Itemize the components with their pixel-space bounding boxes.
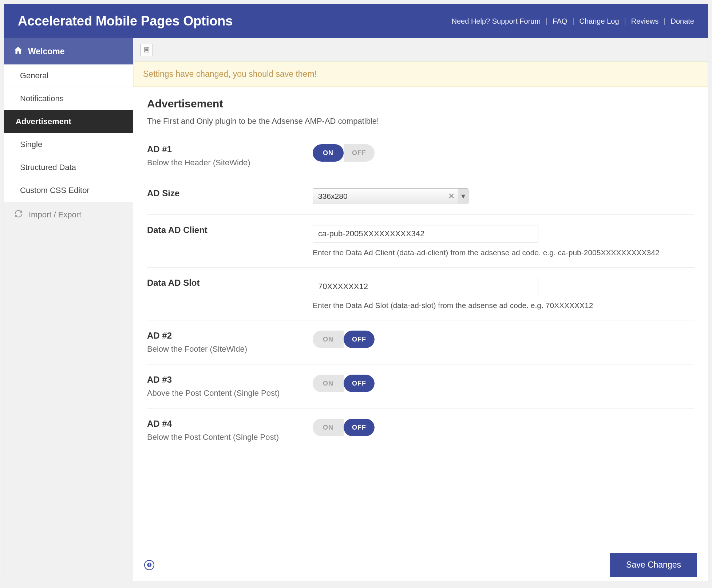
refresh-icon: [14, 209, 23, 220]
toggle-on-label: ON: [313, 419, 344, 436]
row-ad-slot: Data AD Slot Enter the Data Ad Slot (dat…: [147, 268, 694, 320]
ad1-title: AD #1: [147, 144, 305, 154]
ad2-toggle[interactable]: ON OFF: [313, 331, 375, 348]
ad-slot-input[interactable]: [313, 278, 538, 295]
page-title: Accelerated Mobile Pages Options: [18, 13, 233, 29]
ad4-desc: Below the Post Content (Single Post): [147, 433, 305, 442]
clear-icon[interactable]: ✕: [445, 189, 458, 204]
toolbar: [133, 38, 708, 62]
sidebar-items: General Notifications Advertisement Sing…: [4, 64, 133, 202]
ad-slot-help: Enter the Data Ad Slot (data-ad-slot) fr…: [313, 301, 694, 310]
sidebar-item-structured-data[interactable]: Structured Data: [4, 156, 133, 179]
row-ad-size: AD Size 336x280 ✕ ▾: [147, 178, 694, 215]
sidebar-item-advertisement[interactable]: Advertisement: [4, 110, 133, 133]
toggle-off-label: OFF: [344, 144, 375, 162]
toggle-on-label: ON: [313, 331, 344, 348]
ad4-title: AD #4: [147, 419, 305, 429]
row-ad1: AD #1 Below the Header (SiteWide) ON OFF: [147, 141, 694, 178]
separator: |: [661, 17, 668, 25]
ad1-toggle[interactable]: ON OFF: [313, 144, 375, 162]
sidebar-import-label: Import / Export: [29, 210, 81, 220]
sidebar-item-notifications[interactable]: Notifications: [4, 87, 133, 110]
sidebar-import-export[interactable]: Import / Export: [4, 202, 133, 228]
expand-icon[interactable]: [141, 44, 153, 56]
sidebar-welcome-label: Welcome: [28, 47, 65, 56]
row-ad3: AD #3 Above the Post Content (Single Pos…: [147, 364, 694, 409]
ad2-title: AD #2: [147, 331, 305, 341]
chevron-down-icon[interactable]: ▾: [458, 189, 468, 204]
link-reviews[interactable]: Reviews: [631, 17, 659, 25]
section-heading: Advertisement: [147, 98, 694, 110]
redux-icon: ❂: [144, 560, 154, 570]
sidebar-item-custom-css[interactable]: Custom CSS Editor: [4, 179, 133, 202]
ad-size-select[interactable]: 336x280 ✕ ▾: [313, 188, 468, 204]
ad-size-title: AD Size: [147, 188, 305, 198]
link-changelog[interactable]: Change Log: [580, 17, 619, 25]
header-bar: Accelerated Mobile Pages Options Need He…: [4, 4, 708, 38]
toggle-on-label: ON: [313, 375, 344, 392]
link-faq[interactable]: FAQ: [553, 17, 567, 25]
separator: |: [570, 17, 576, 25]
ad-client-input[interactable]: [313, 225, 538, 242]
ad-client-title: Data AD Client: [147, 225, 305, 235]
toggle-off-label: OFF: [344, 375, 375, 392]
ad3-toggle[interactable]: ON OFF: [313, 375, 375, 392]
row-ad2: AD #2 Below the Footer (SiteWide) ON OFF: [147, 320, 694, 364]
footer-bar: ❂ Save Changes: [133, 549, 708, 581]
svg-rect-1: [146, 49, 148, 51]
main-content: Settings have changed, you should save t…: [133, 38, 708, 581]
link-help[interactable]: Need Help? Support Forum: [452, 17, 541, 25]
sidebar-item-general[interactable]: General: [4, 64, 133, 87]
row-ad-client: Data AD Client Enter the Data Ad Client …: [147, 215, 694, 268]
ad-client-help: Enter the Data Ad Client (data-ad-client…: [313, 248, 694, 257]
toggle-off-label: OFF: [344, 419, 375, 436]
save-notice: Settings have changed, you should save t…: [133, 62, 708, 87]
separator: |: [622, 17, 628, 25]
ad4-toggle[interactable]: ON OFF: [313, 419, 375, 436]
toggle-off-label: OFF: [344, 331, 375, 348]
section-subtitle: The First and Only plugin to be the Adse…: [147, 117, 694, 126]
ad-size-value: 336x280: [313, 189, 445, 204]
sidebar-item-single[interactable]: Single: [4, 133, 133, 156]
sidebar-welcome[interactable]: Welcome: [4, 38, 133, 64]
toggle-on-label: ON: [313, 144, 344, 162]
separator: |: [543, 17, 550, 25]
row-ad4: AD #4 Below the Post Content (Single Pos…: [147, 409, 694, 452]
ad-slot-title: Data AD Slot: [147, 278, 305, 288]
ad2-desc: Below the Footer (SiteWide): [147, 344, 305, 354]
header-links: Need Help? Support Forum | FAQ | Change …: [452, 17, 694, 25]
save-button[interactable]: Save Changes: [610, 553, 697, 577]
home-icon: [13, 46, 23, 57]
ad3-desc: Above the Post Content (Single Post): [147, 388, 305, 398]
ad3-title: AD #3: [147, 375, 305, 385]
sidebar: Welcome General Notifications Advertisem…: [4, 38, 133, 581]
link-donate[interactable]: Donate: [671, 17, 695, 25]
ad1-desc: Below the Header (SiteWide): [147, 158, 305, 167]
